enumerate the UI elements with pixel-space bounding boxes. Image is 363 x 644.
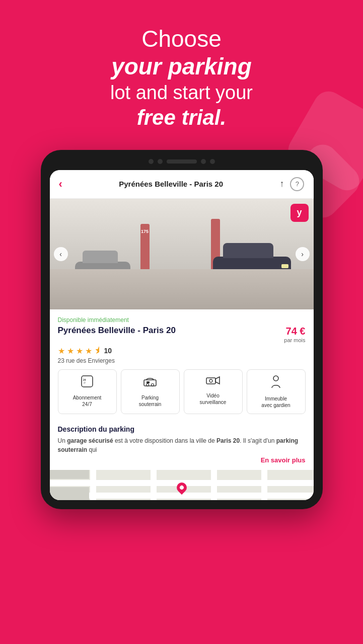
svg-rect-3 <box>144 380 156 386</box>
features-row: 24 /7 Abonnement24/7 <box>58 369 306 415</box>
feature-icon-person <box>270 375 282 393</box>
svg-text:/7: /7 <box>84 382 86 384</box>
description-title: Description du parking <box>58 425 306 433</box>
map-pin <box>174 480 188 495</box>
map-block-1 <box>50 470 89 479</box>
map-road-v3 <box>211 470 217 500</box>
feature-icon-247: 24 /7 <box>81 375 94 392</box>
phone-sensor <box>210 159 215 164</box>
rating-count: 10 <box>104 347 112 355</box>
back-button[interactable]: ‹ <box>59 178 62 191</box>
phone-camera-dot <box>149 159 154 164</box>
phone-camera-dot2 <box>158 159 163 164</box>
svg-rect-6 <box>147 381 150 383</box>
app-header-bar: ‹ Pyrénées Belleville - Paris 20 ↑ ? <box>50 170 314 199</box>
star-5-half: ⯨ <box>94 346 102 355</box>
feature-label-guardian: Immeubleavec gardien <box>261 395 290 409</box>
car-headlight <box>281 264 288 268</box>
help-icon[interactable]: ? <box>290 177 304 191</box>
map-section[interactable] <box>50 470 314 500</box>
svg-rect-0 <box>82 376 93 387</box>
feature-label-247: Abonnement24/7 <box>73 394 102 408</box>
map-block-2 <box>50 487 89 500</box>
map-road-v1 <box>90 470 96 500</box>
car-roof-right <box>223 243 273 258</box>
map-road-v4 <box>261 470 267 500</box>
header-line4: free trial. <box>30 106 333 130</box>
svg-text:24: 24 <box>83 378 86 381</box>
svg-rect-7 <box>206 378 215 384</box>
read-more-link[interactable]: En savoir plus <box>58 456 306 464</box>
map-road-v2 <box>151 470 157 500</box>
star-3: ★ <box>76 346 83 356</box>
feature-surveillance: Vidéosurveillance <box>184 369 243 415</box>
description-text: Un garage sécurisé est à votre dispositi… <box>58 436 306 454</box>
garage-floor <box>50 269 314 309</box>
phone-screen: ‹ Pyrénées Belleville - Paris 20 ↑ ? <box>50 170 314 501</box>
phone-device: ‹ Pyrénées Belleville - Paris 20 ↑ ? <box>41 150 323 510</box>
app-logo-overlay: y <box>291 204 309 222</box>
availability-badge: Disponible immédiatement <box>58 316 306 324</box>
parking-address: 23 rue des Envierges <box>58 357 306 364</box>
feature-icon-camera <box>205 375 221 390</box>
phone-speaker <box>167 159 197 164</box>
price-unit: par mois <box>284 337 305 343</box>
app-header-title: Pyrénées Belleville - Paris 20 <box>119 180 223 188</box>
parking-title-row: Pyrénées Belleville - Paris 20 74 € par … <box>58 326 306 343</box>
header-line3: lot and start your <box>30 80 333 105</box>
price-amount: 74 € <box>286 326 306 337</box>
image-nav-right[interactable]: › <box>296 247 310 261</box>
feature-underground: Parkingsouterrain <box>121 369 180 415</box>
feature-guardian: Immeubleavec gardien <box>247 369 306 415</box>
image-nav-left[interactable]: ‹ <box>54 247 68 261</box>
phone-wrapper: ‹ Pyrénées Belleville - Paris 20 ↑ ? <box>0 150 363 510</box>
svg-point-10 <box>273 376 278 381</box>
svg-marker-8 <box>215 377 220 384</box>
parking-info-section: Disponible immédiatement Pyrénées Bellev… <box>50 309 314 426</box>
phone-front-camera <box>201 159 206 164</box>
map-pin-dot <box>179 485 184 491</box>
description-section: Description du parking Un garage sécuris… <box>50 425 314 470</box>
star-4: ★ <box>85 346 92 356</box>
feature-icon-underground <box>143 375 157 392</box>
feature-label-surveillance: Vidéosurveillance <box>200 392 227 406</box>
map-location-area <box>177 482 187 493</box>
star-1: ★ <box>58 346 65 356</box>
feature-247: 24 /7 Abonnement24/7 <box>58 369 117 415</box>
star-2: ★ <box>67 346 74 356</box>
feature-label-underground: Parkingsouterrain <box>139 394 161 408</box>
parking-image-area: 175 <box>50 199 314 309</box>
price-box: 74 € par mois <box>284 326 305 343</box>
rating-row: ★ ★ ★ ★ ⯨ 10 <box>58 346 306 356</box>
column-number-1: 175 <box>141 229 149 234</box>
car-roof-left <box>83 251 118 263</box>
share-icon[interactable]: ↑ <box>279 179 284 189</box>
parking-name: Pyrénées Belleville - Paris 20 <box>58 326 176 336</box>
header-icons: ↑ ? <box>279 177 304 191</box>
svg-point-9 <box>209 379 212 382</box>
phone-top-bar <box>50 159 314 164</box>
header-line2: your parking <box>30 53 333 80</box>
header-line1: Choose <box>30 25 333 53</box>
garage-scene: 175 <box>50 199 314 309</box>
